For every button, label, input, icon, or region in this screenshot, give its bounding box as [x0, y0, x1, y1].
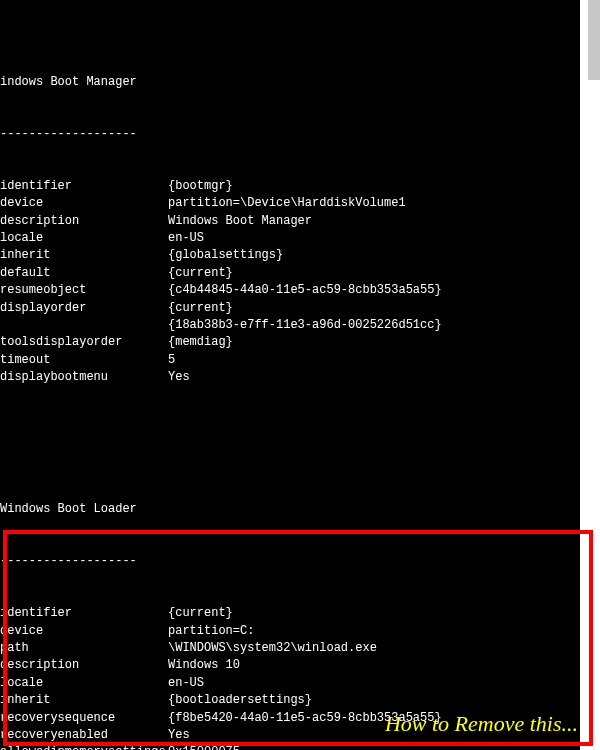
section-dashes: ------------------- — [0, 126, 572, 143]
section-header: Windows Boot Loader — [0, 501, 572, 518]
kv-value: {c4b44845-44a0-11e5-ac59-8cbb353a5a55} — [168, 282, 572, 299]
kv-value: 5 — [168, 352, 572, 369]
terminal-output: indows Boot Manager ------------------- … — [0, 0, 580, 750]
kv-row: descriptionWindows 10 — [0, 657, 572, 674]
kv-value: {current} — [168, 605, 572, 622]
kv-row: devicepartition=C: — [0, 623, 572, 640]
kv-value: {current} — [168, 300, 572, 317]
section-header: indows Boot Manager — [0, 74, 572, 91]
kv-row: localeen-US — [0, 230, 572, 247]
kv-key: description — [0, 657, 168, 674]
kv-row: displayorder{current} — [0, 300, 572, 317]
kv-row: devicepartition=\Device\HarddiskVolume1 — [0, 195, 572, 212]
kv-row: default{current} — [0, 265, 572, 282]
kv-row: inherit{bootloadersettings} — [0, 692, 572, 709]
kv-key: resumeobject — [0, 282, 168, 299]
kv-value: Windows Boot Manager — [168, 213, 572, 230]
kv-value: Windows 10 — [168, 657, 572, 674]
annotation-text: How to Remove this... — [385, 708, 578, 740]
section-rows: identifier{bootmgr}devicepartition=\Devi… — [0, 178, 572, 387]
kv-key: recoverysequence — [0, 710, 168, 727]
kv-row: inherit{globalsettings} — [0, 247, 572, 264]
kv-value: \WINDOWS\system32\winload.exe — [168, 640, 572, 657]
kv-row: toolsdisplayorder{memdiag} — [0, 334, 572, 351]
kv-value: en-US — [168, 675, 572, 692]
kv-key: description — [0, 213, 168, 230]
kv-key — [0, 317, 168, 334]
kv-value: {bootmgr} — [168, 178, 572, 195]
kv-key: locale — [0, 675, 168, 692]
kv-value: en-US — [168, 230, 572, 247]
kv-value: partition=\Device\HarddiskVolume1 — [168, 195, 572, 212]
kv-row: allowedinmemorysettings0x15000075 — [0, 744, 572, 750]
kv-value: Yes — [168, 369, 572, 386]
kv-key: default — [0, 265, 168, 282]
kv-value: partition=C: — [168, 623, 572, 640]
kv-row: {18ab38b3-e7ff-11e3-a96d-0025226d51cc} — [0, 317, 572, 334]
kv-value: {bootloadersettings} — [168, 692, 572, 709]
kv-row: resumeobject{c4b44845-44a0-11e5-ac59-8cb… — [0, 282, 572, 299]
kv-row: timeout5 — [0, 352, 572, 369]
kv-key: path — [0, 640, 168, 657]
kv-key: allowedinmemorysettings — [0, 744, 168, 750]
kv-row: identifier{bootmgr} — [0, 178, 572, 195]
kv-key: inherit — [0, 692, 168, 709]
kv-key: identifier — [0, 605, 168, 622]
scrollbar[interactable] — [588, 0, 600, 80]
kv-value: {current} — [168, 265, 572, 282]
kv-row: displaybootmenuYes — [0, 369, 572, 386]
kv-key: recoveryenabled — [0, 727, 168, 744]
kv-key: device — [0, 195, 168, 212]
kv-key: identifier — [0, 178, 168, 195]
kv-value: {globalsettings} — [168, 247, 572, 264]
kv-row: localeen-US — [0, 675, 572, 692]
kv-key: inherit — [0, 247, 168, 264]
kv-key: displayorder — [0, 300, 168, 317]
kv-key: timeout — [0, 352, 168, 369]
kv-row: identifier{current} — [0, 605, 572, 622]
kv-value: 0x15000075 — [168, 744, 572, 750]
boot-manager-section: indows Boot Manager ------------------- … — [0, 39, 572, 422]
section-dashes: ------------------- — [0, 553, 572, 570]
kv-value: {memdiag} — [168, 334, 572, 351]
kv-value: {18ab38b3-e7ff-11e3-a96d-0025226d51cc} — [168, 317, 572, 334]
kv-row: path\WINDOWS\system32\winload.exe — [0, 640, 572, 657]
kv-key: displaybootmenu — [0, 369, 168, 386]
kv-key: toolsdisplayorder — [0, 334, 168, 351]
kv-key: device — [0, 623, 168, 640]
kv-key: locale — [0, 230, 168, 247]
kv-row: descriptionWindows Boot Manager — [0, 213, 572, 230]
